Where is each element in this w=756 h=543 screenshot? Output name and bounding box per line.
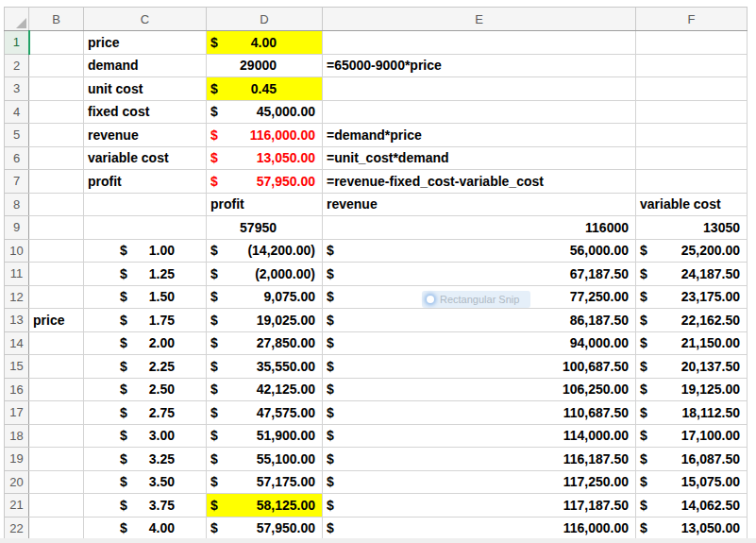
cell-F22[interactable]: $13,050.00: [636, 517, 748, 540]
cell-F8[interactable]: variable cost: [636, 193, 748, 216]
cell-E10[interactable]: $56,000.00: [323, 239, 636, 263]
cell-F14[interactable]: $21,150.00: [636, 331, 748, 355]
cell-F16[interactable]: $19,125.00: [636, 378, 748, 401]
cell-E12[interactable]: $77,250.00: [323, 285, 636, 309]
cell-D20[interactable]: $57,175.00: [207, 470, 323, 494]
cell-E6[interactable]: =unit_cost*demand: [323, 146, 636, 170]
row-header-1[interactable]: 1: [5, 31, 29, 55]
cell-C13[interactable]: $1.75: [84, 309, 207, 332]
cell-E1[interactable]: [323, 31, 636, 55]
cell-F10[interactable]: $25,200.00: [636, 239, 748, 263]
cell-B16[interactable]: [29, 378, 84, 401]
cell-E18[interactable]: $114,000.00: [323, 424, 636, 448]
cell-B22[interactable]: [29, 517, 84, 540]
cell-C9[interactable]: [84, 216, 207, 240]
cell-F15[interactable]: $20,137.50: [636, 355, 748, 379]
cell-E5[interactable]: =demand*price: [323, 124, 636, 147]
cell-F13[interactable]: $22,162.50: [636, 309, 748, 332]
cell-C6[interactable]: variable cost: [84, 146, 207, 170]
cell-F5[interactable]: [636, 124, 748, 147]
cell-B3[interactable]: [29, 77, 84, 101]
cell-B10[interactable]: [29, 239, 84, 263]
cell-C16[interactable]: $2.50: [84, 378, 207, 401]
cell-D7[interactable]: $57,950.00: [207, 170, 323, 194]
cell-F21[interactable]: $14,062.50: [636, 494, 748, 518]
row-header-11[interactable]: 11: [5, 263, 29, 286]
cell-B17[interactable]: [29, 401, 84, 425]
cell-B1[interactable]: [29, 31, 84, 55]
cell-C17[interactable]: $2.75: [84, 401, 207, 425]
cell-D11[interactable]: $(2,000.00): [207, 263, 323, 286]
row-header-17[interactable]: 17: [5, 401, 29, 425]
cell-F19[interactable]: $16,087.50: [636, 448, 748, 471]
cell-C21[interactable]: $3.75: [84, 494, 207, 518]
cell-D4[interactable]: $45,000.00: [207, 100, 323, 124]
cell-E14[interactable]: $94,000.00: [323, 331, 636, 355]
cell-C3[interactable]: unit cost: [84, 77, 207, 101]
row-header-6[interactable]: 6: [5, 146, 29, 170]
cell-F9[interactable]: 13050: [636, 216, 748, 240]
cell-C14[interactable]: $2.00: [84, 331, 207, 355]
cell-D14[interactable]: $27,850.00: [207, 331, 323, 355]
cell-C7[interactable]: profit: [84, 170, 207, 194]
row-header-7[interactable]: 7: [5, 170, 29, 194]
cell-B12[interactable]: [29, 285, 84, 309]
cell-E19[interactable]: $116,187.50: [323, 448, 636, 471]
cell-D17[interactable]: $47,575.00: [207, 401, 323, 425]
cell-D6[interactable]: $13,050.00: [207, 146, 323, 170]
cell-C2[interactable]: demand: [84, 54, 207, 77]
row-header-8[interactable]: 8: [5, 193, 29, 216]
cell-B11[interactable]: [29, 263, 84, 286]
cell-C5[interactable]: revenue: [84, 124, 207, 147]
cell-F7[interactable]: [636, 170, 748, 194]
cell-E17[interactable]: $110,687.50: [323, 401, 636, 425]
row-header-19[interactable]: 19: [5, 448, 29, 471]
cell-B15[interactable]: [29, 355, 84, 379]
cell-B4[interactable]: [29, 100, 84, 124]
cell-C1[interactable]: price: [84, 31, 207, 55]
row-header-20[interactable]: 20: [5, 470, 29, 494]
cell-F20[interactable]: $15,075.00: [636, 470, 748, 494]
cell-B21[interactable]: [29, 494, 84, 518]
cell-B14[interactable]: [29, 331, 84, 355]
row-header-15[interactable]: 15: [5, 355, 29, 379]
cell-B9[interactable]: [29, 216, 84, 240]
cell-F2[interactable]: [636, 54, 748, 77]
cell-C11[interactable]: $1.25: [84, 263, 207, 286]
cell-E4[interactable]: [323, 100, 636, 124]
cell-F1[interactable]: [636, 31, 748, 55]
cell-D8[interactable]: profit: [207, 193, 323, 216]
cell-D21[interactable]: $58,125.00: [207, 494, 323, 518]
cell-C20[interactable]: $3.50: [84, 470, 207, 494]
column-header-C[interactable]: C: [84, 8, 207, 31]
row-header-12[interactable]: 12: [5, 285, 29, 309]
cell-D22[interactable]: $57,950.00: [207, 517, 323, 540]
cell-D5[interactable]: $116,000.00: [207, 124, 323, 147]
cell-E11[interactable]: $67,187.50: [323, 263, 636, 286]
cell-E2[interactable]: =65000-9000*price: [323, 54, 636, 77]
cell-D18[interactable]: $51,900.00: [207, 424, 323, 448]
row-header-3[interactable]: 3: [5, 77, 29, 101]
cell-C12[interactable]: $1.50: [84, 285, 207, 309]
cell-B19[interactable]: [29, 448, 84, 471]
row-header-5[interactable]: 5: [5, 124, 29, 147]
cell-C4[interactable]: fixed cost: [84, 100, 207, 124]
cell-E8[interactable]: revenue: [323, 193, 636, 216]
cell-B8[interactable]: [29, 193, 84, 216]
cell-B5[interactable]: [29, 124, 84, 147]
cell-E13[interactable]: $86,187.50: [323, 309, 636, 332]
cell-C18[interactable]: $3.00: [84, 424, 207, 448]
cell-F3[interactable]: [636, 77, 748, 101]
cell-B6[interactable]: [29, 146, 84, 170]
cell-D10[interactable]: $(14,200.00): [207, 239, 323, 263]
cell-B18[interactable]: [29, 424, 84, 448]
row-header-18[interactable]: 18: [5, 424, 29, 448]
cell-D2[interactable]: 29000: [207, 54, 323, 77]
cell-B2[interactable]: [29, 54, 84, 77]
cell-D13[interactable]: $19,025.00: [207, 309, 323, 332]
cell-B7[interactable]: [29, 170, 84, 194]
cell-F17[interactable]: $18,112.50: [636, 401, 748, 425]
cell-F18[interactable]: $17,100.00: [636, 424, 748, 448]
row-header-4[interactable]: 4: [5, 100, 29, 124]
cell-F6[interactable]: [636, 146, 748, 170]
